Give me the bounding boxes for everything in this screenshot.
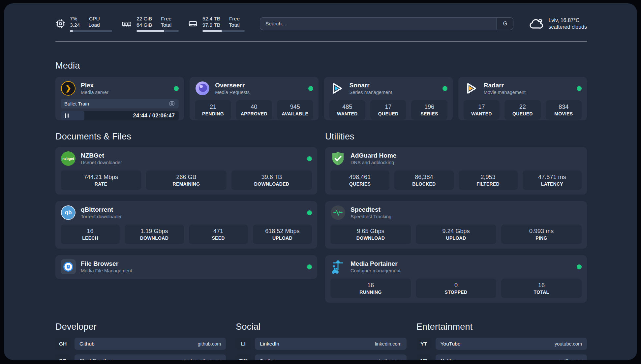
app-title: Sonarr [350,81,392,89]
app-subtitle: Series management [350,89,392,96]
memory-progress-bar [137,30,179,32]
plex-icon: ❯ [61,81,76,96]
cpu-load-value: 3.24 [70,22,80,28]
bookmark-linkedin[interactable]: LI LinkedIn linkedin.com [236,338,406,350]
app-card-portainer[interactable]: Media Portainer Container management 16 … [325,255,587,303]
section-heading-entertainment: Entertainment [416,322,587,332]
app-card-radarr[interactable]: Radarr Movie management 17 WANTED 22 QUE… [458,77,587,120]
bookmark-name: YouTube [441,341,461,347]
bookmark-name: Github [79,341,95,347]
nzbget-icon: nzbget [61,151,76,166]
stat-tile: 1.19 Gbps DOWNLOAD [125,225,184,244]
app-title: File Browser [81,260,132,268]
stat-tile: 16 RUNNING [330,279,411,298]
app-title: Speedtest [351,206,391,214]
cpu-usage: 7% [70,15,80,22]
stat-tile: 17 QUEUED [370,100,406,120]
app-subtitle: Media File Management [81,268,132,274]
app-card-plex[interactable]: ❯ Plex Media server Bullet Train 24:44 [55,77,184,120]
stat-tile: 17 WANTED [464,100,500,120]
bookmark-twitter[interactable]: TW Twitter twitter.com [236,354,406,360]
radarr-icon [464,81,479,96]
stat-tile: 266 GB REMAINING [146,170,227,190]
section-heading-developer: Developer [55,322,226,332]
stat-tile: 196 SERIES [411,100,447,120]
bookmark-tag: GH [55,338,70,350]
cpu-monitor: 7% 3.24 CPU Load [55,15,112,32]
bookmark-url: twitter.com [379,358,401,360]
dashboard: 7% 3.24 CPU Load [4,3,637,360]
app-subtitle: Media server [81,89,108,96]
app-card-sonarr[interactable]: Sonarr Series management 485 WANTED 17 Q… [324,77,453,120]
app-subtitle: Media Requests [215,89,250,96]
stat-tile: 86,384 BLOCKED [394,170,453,190]
app-card-adguard[interactable]: AdGuard Home DNS and adblocking 498,461 … [325,147,587,195]
top-bar: 7% 3.24 CPU Load [55,13,587,34]
bookmark-name: Twitter [260,358,275,360]
section-heading-social: Social [236,322,406,332]
cpu-label-2: Load [88,22,100,28]
memory-label-1: Free [161,15,171,22]
disk-progress-bar [202,30,245,32]
memory-monitor: 22 GiB 64 GiB Free Total [121,15,179,32]
stat-tile: 40 APPROVED [236,100,272,120]
memory-label-2: Total [161,22,171,28]
bookmark-netflix[interactable]: NF Netflix netflix.com [416,354,587,360]
player-progress-bar: 24:44 / 02:06:47 [61,111,179,120]
filebrowser-icon [61,259,76,274]
app-title: NZBGet [81,152,122,160]
bookmark-name: LinkedIn [260,341,279,347]
disk-free: 52.4 TB [202,15,220,22]
disk-monitor: 52.4 TB 97.9 TB Free Total [188,15,245,32]
app-card-speedtest[interactable]: Speedtest Speedtest Tracking 9.65 Gbps D… [325,201,587,249]
stat-tile: 0.993 ms PING [501,225,582,244]
bookmark-url: stackoverflow.com [182,358,221,360]
status-dot [174,86,179,91]
disk-total: 97.9 TB [202,22,220,28]
app-subtitle: Speedtest Tracking [351,214,391,220]
app-card-overseerr[interactable]: Overseerr Media Requests 21 PENDING 40 A… [190,77,318,120]
status-dot [307,264,312,269]
memory-total: 64 GiB [137,22,152,28]
cloud-icon [529,17,544,30]
stat-tile: 618.52 Mbps UPLOAD [253,225,312,244]
overseerr-icon [195,81,210,96]
app-title: qBittorrent [81,206,122,214]
app-title: Media Portainer [351,260,401,268]
weather-condition: scattered clouds [548,24,587,30]
app-card-nzbget[interactable]: nzbget NZBGet Usenet downloader 744.21 M… [55,147,317,195]
stat-tile: 47.571 ms LATENCY [523,170,582,190]
app-card-qbittorrent[interactable]: qb qBittorrent Torrent downloader 16 LEE… [55,201,317,249]
app-title: Radarr [484,81,526,89]
bookmark-github[interactable]: GH Github github.com [55,338,226,350]
app-title: Plex [81,81,108,89]
app-card-filebrowser[interactable]: File Browser Media File Management [55,255,317,279]
stat-tile: 485 WANTED [329,100,365,120]
disk-label-1: Free [229,15,240,22]
stat-tile: 834 MOVIES [546,100,582,120]
weather-widget: Lviv, 16.87°C scattered clouds [529,17,587,30]
stat-tile: 22 QUEUED [504,100,540,120]
sonarr-icon [329,81,345,96]
memory-free: 22 GiB [137,15,152,22]
search-engine-button[interactable]: G [497,18,513,30]
speedtest-icon [330,205,346,220]
stat-tile: 16 LEECH [61,225,120,244]
stat-tile: 9.65 Gbps DOWNLOAD [330,225,411,244]
now-playing-bar: Bullet Train [61,99,179,108]
section-heading-media: Media [55,61,587,71]
pause-button[interactable] [61,113,73,118]
stat-tile: 471 SEED [189,225,248,244]
portainer-icon [330,259,346,274]
cpu-label-1: CPU [88,15,100,22]
bookmark-youtube[interactable]: YT YouTube youtube.com [416,338,587,350]
camera-icon[interactable] [169,101,175,107]
stat-tile: 21 PENDING [195,100,231,120]
bookmark-name: StackOverflow [79,358,112,360]
app-subtitle: Movie management [484,89,526,96]
bookmark-stackoverflow[interactable]: SO StackOverflow stackoverflow.com [55,354,226,360]
search-input[interactable] [260,17,513,30]
stat-tile: 16 TOTAL [501,279,582,298]
status-dot [577,264,582,269]
status-dot [307,156,312,161]
